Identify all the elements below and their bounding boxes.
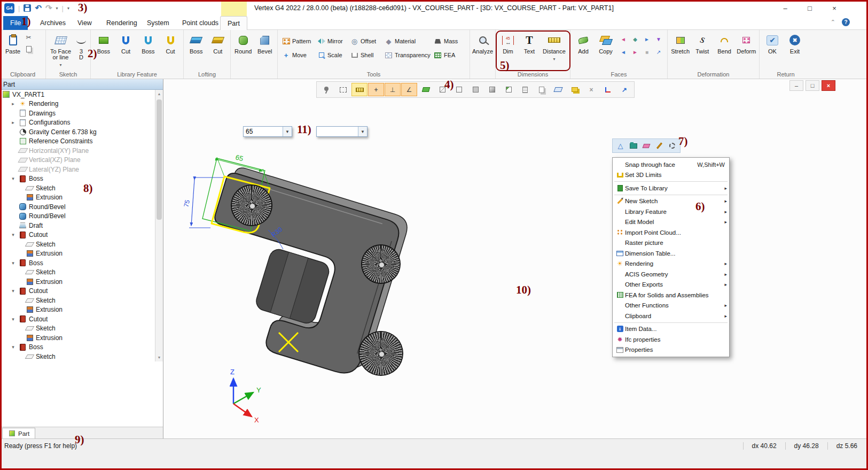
tree-item-round-bevel[interactable]: Round/Bevel: [0, 202, 155, 212]
tree-item-cutout[interactable]: ▾Cutout: [0, 230, 155, 240]
dim-button[interactable]: Dim: [498, 32, 518, 62]
menu-item-new-sketch[interactable]: New Sketch▸: [613, 196, 729, 207]
library-cut2-button[interactable]: Cut: [160, 32, 181, 55]
normals-cube-icon[interactable]: [501, 83, 517, 96]
menu-tab-view[interactable]: View: [71, 16, 99, 30]
folder-icon[interactable]: [628, 140, 639, 151]
snap-point-icon[interactable]: +: [368, 83, 384, 96]
face-export-icon[interactable]: ↗: [656, 49, 661, 55]
menu-tab-point-clouds[interactable]: Point clouds: [175, 16, 225, 30]
transparency-button[interactable]: Transparency: [385, 51, 434, 59]
shaded-cube-icon[interactable]: [484, 83, 500, 96]
snap-angle-icon[interactable]: ∠: [401, 83, 417, 96]
tree-item-sketch[interactable]: Sketch: [0, 296, 155, 305]
axis-icon[interactable]: [600, 83, 616, 96]
move-button[interactable]: +Move: [282, 51, 317, 59]
shell-button[interactable]: Shell: [350, 51, 385, 59]
ok-button[interactable]: ✔ OK: [762, 32, 783, 55]
collapse-icon[interactable]: ▾: [10, 317, 17, 322]
panel-tab-part[interactable]: Part: [2, 428, 35, 438]
doc-close-button[interactable]: ×: [822, 80, 835, 91]
eraser-icon[interactable]: [640, 140, 652, 151]
tree-item-reference-constraints[interactable]: Reference Constraints: [0, 137, 155, 147]
scroll-up-icon[interactable]: ▲: [155, 90, 163, 98]
help-icon[interactable]: ?: [842, 18, 850, 26]
menu-item-import-point-cloud[interactable]: Import Point Cloud...: [613, 227, 729, 238]
close-button[interactable]: ×: [822, 0, 847, 16]
face-arrow-left2-icon[interactable]: ◄: [621, 49, 626, 55]
plane-icon[interactable]: [550, 83, 566, 96]
tree-item-sketch[interactable]: Sketch: [0, 240, 155, 249]
tree-item-extrusion[interactable]: Extrusion: [0, 305, 155, 315]
material-button[interactable]: ◆Material: [385, 37, 434, 45]
distance-button[interactable]: Distance ▾: [541, 32, 568, 62]
fea-button[interactable]: FEA: [434, 51, 466, 59]
deform-button[interactable]: Deform: [736, 32, 757, 55]
face-select-icon[interactable]: [418, 83, 434, 96]
maximize-button[interactable]: □: [797, 0, 822, 16]
menu-tab-system[interactable]: System: [140, 16, 176, 30]
menu-item-raster-picture[interactable]: Raster picture: [613, 238, 729, 249]
menu-item-properties[interactable]: Properties: [613, 345, 729, 356]
menu-item-library-feature[interactable]: Library Feature▸: [613, 206, 729, 217]
tree-item-horizontal-plane[interactable]: Horizontal(XY) Plane: [0, 146, 155, 156]
menu-item-dimension-table[interactable]: Dimension Table...: [613, 248, 729, 259]
text-button[interactable]: Text: [519, 32, 539, 62]
menu-item-item-data[interactable]: iItem Data...: [613, 324, 729, 335]
dimension-value-combo-2[interactable]: ▼: [316, 126, 367, 137]
tree-item-gravity-center[interactable]: Gravity Center 6.738 kg: [0, 127, 155, 137]
wireframe-cube-icon[interactable]: [434, 83, 450, 96]
app-logo[interactable]: G4: [4, 3, 14, 13]
pin-icon[interactable]: [318, 83, 334, 96]
menu-item-ifc-properties[interactable]: ✸Ifc properties: [613, 334, 729, 345]
twist-button[interactable]: Twist: [692, 32, 713, 55]
paste-button[interactable]: Paste: [2, 32, 24, 55]
toolbar-options-icon[interactable]: ▾: [67, 6, 69, 11]
tree-item-extrusion[interactable]: Extrusion: [0, 193, 155, 203]
wand-icon[interactable]: [654, 140, 665, 151]
tree-item-extrusion[interactable]: Extrusion: [0, 249, 155, 259]
pages-icon[interactable]: [534, 83, 550, 96]
select-frame-icon[interactable]: [335, 83, 351, 96]
menu-tab-archives[interactable]: Archives: [33, 16, 73, 30]
exit-button[interactable]: ✖ Exit: [784, 32, 806, 55]
tree-item-extrusion[interactable]: Extrusion: [0, 333, 155, 343]
library-boss-button[interactable]: Boss: [93, 32, 114, 55]
menu-item-rendering[interactable]: ☀Rendering▸: [613, 259, 729, 269]
undo-icon[interactable]: ↶: [35, 3, 42, 13]
save-icon[interactable]: [24, 4, 31, 12]
menu-item-fea[interactable]: FEA for Solids and Assemblies: [613, 290, 729, 301]
round-button[interactable]: Round: [233, 32, 254, 55]
tree-item-boss[interactable]: ▾Boss: [0, 343, 155, 352]
tree-item-configurations[interactable]: ▸Configurations: [0, 118, 155, 128]
tree-item-sketch[interactable]: Sketch: [0, 352, 155, 361]
ruler-icon[interactable]: [351, 83, 367, 96]
copy-icon[interactable]: [25, 45, 33, 53]
lofting-cut-button[interactable]: Cut: [208, 32, 229, 55]
sketch-3d-button[interactable]: 3 D: [74, 32, 88, 68]
analyze-button[interactable]: Analyze: [472, 32, 493, 55]
tree-item-round-bevel[interactable]: Round/Bevel: [0, 212, 155, 221]
collapse-icon[interactable]: ▾: [10, 232, 17, 237]
gray-cube-icon[interactable]: [467, 83, 483, 96]
export-icon[interactable]: ↗: [616, 83, 632, 96]
menu-item-snap-through-face[interactable]: Snap through faceW,Shift+W: [613, 159, 729, 170]
gear-icon[interactable]: [667, 140, 678, 151]
menu-tab-rendering[interactable]: Rendering: [99, 16, 144, 30]
doc-restore-button[interactable]: □: [806, 80, 819, 91]
tree-item-lateral-plane[interactable]: Lateral(YZ) Plane: [0, 165, 155, 174]
menu-item-set-3d-limits[interactable]: Set 3D Limits: [613, 170, 729, 181]
scrollbar-thumb[interactable]: [157, 99, 162, 220]
tree-item-extrusion[interactable]: Extrusion: [0, 277, 155, 287]
pattern-button[interactable]: Pattern: [282, 37, 317, 45]
expand-icon[interactable]: ▸: [10, 101, 17, 106]
tree-scrollbar[interactable]: ▲ ▼: [155, 90, 163, 361]
scroll-down-icon[interactable]: ▼: [155, 353, 163, 361]
dimension-value-combo[interactable]: ▼: [243, 126, 292, 137]
face-arrow-left-icon[interactable]: ◄: [621, 36, 626, 42]
tree-item-vertical-plane[interactable]: Vertical(XZ) Plane: [0, 156, 155, 165]
expand-icon[interactable]: ▸: [10, 120, 17, 125]
menu-tab-file[interactable]: File: [3, 16, 28, 30]
menu-item-acis-geometry[interactable]: ACIS Geometry▸: [613, 269, 729, 280]
tree-item-cutout[interactable]: ▾Cutout: [0, 287, 155, 296]
